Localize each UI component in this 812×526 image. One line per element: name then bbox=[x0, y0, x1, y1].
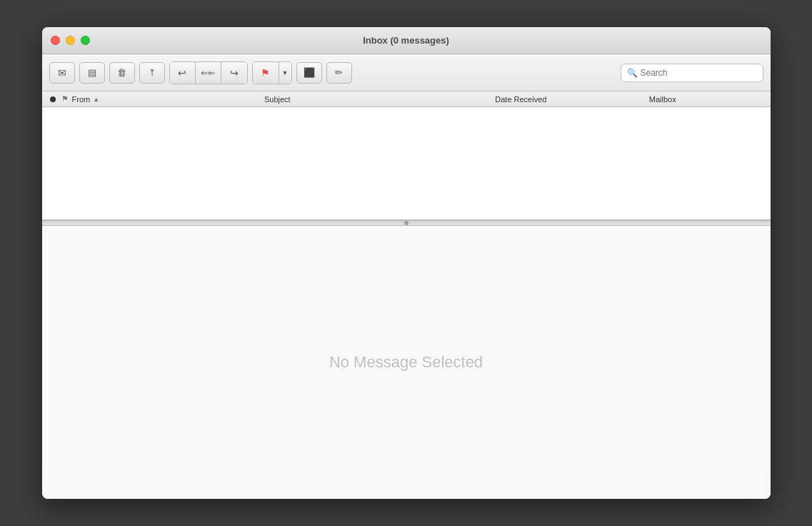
unread-dot bbox=[50, 96, 56, 102]
archive-button[interactable]: ▤ bbox=[79, 62, 105, 84]
search-input[interactable] bbox=[641, 68, 757, 78]
search-icon: 🔍 bbox=[627, 68, 638, 78]
compose-button[interactable]: ✏ bbox=[326, 62, 352, 84]
traffic-lights bbox=[51, 36, 90, 45]
reply-icon: ↩ bbox=[178, 67, 186, 79]
maximize-button[interactable] bbox=[81, 36, 90, 45]
toolbar: ✉ ▤ 🗑 ⤒ ↩ ⇐⇐ ↪ ⚑ bbox=[42, 54, 771, 91]
minimize-button[interactable] bbox=[66, 36, 75, 45]
close-button[interactable] bbox=[51, 36, 60, 45]
move-icon: ⤒ bbox=[149, 68, 156, 78]
flag-chevron-button[interactable]: ▼ bbox=[279, 62, 291, 84]
title-bar: Inbox (0 messages) bbox=[42, 27, 771, 54]
trash-button[interactable]: 🗑 bbox=[109, 62, 135, 84]
search-bar[interactable]: 🔍 bbox=[621, 64, 763, 82]
chevron-down-icon: ▼ bbox=[282, 69, 289, 76]
resize-dot bbox=[404, 221, 408, 225]
mailbox-column-header[interactable]: Mailbox bbox=[649, 95, 765, 104]
attachment-button[interactable]: ⬛ bbox=[296, 62, 322, 84]
reply-button[interactable]: ↩ bbox=[170, 62, 196, 84]
no-message-label: No Message Selected bbox=[329, 353, 483, 372]
flag-group: ⚑ ▼ bbox=[252, 61, 292, 84]
reply-group: ↩ ⇐⇐ ↪ bbox=[169, 61, 248, 84]
archive-icon: ▤ bbox=[88, 67, 96, 78]
unread-indicator-header bbox=[48, 96, 58, 102]
column-headers: ⚑ From ▲ Subject Date Received Mailbox bbox=[42, 91, 771, 107]
message-list-area: ⚑ From ▲ Subject Date Received Mailbox bbox=[42, 91, 771, 220]
flag-icon: ⚑ bbox=[261, 67, 270, 79]
flag-column-header[interactable]: ⚑ bbox=[58, 94, 72, 104]
forward-button[interactable]: ↪ bbox=[221, 62, 247, 84]
mail-icon: ✉ bbox=[58, 67, 66, 79]
photo-icon: ⬛ bbox=[304, 67, 315, 78]
message-preview-pane: No Message Selected bbox=[42, 226, 771, 499]
mail-window: Inbox (0 messages) ✉ ▤ 🗑 ⤒ ↩ ⇐⇐ bbox=[42, 27, 771, 499]
resize-divider[interactable] bbox=[42, 220, 771, 226]
message-list bbox=[42, 107, 771, 219]
move-button[interactable]: ⤒ bbox=[139, 62, 165, 84]
flag-button[interactable]: ⚑ bbox=[253, 62, 279, 84]
flag-header-icon: ⚑ bbox=[61, 94, 69, 104]
inbox-button[interactable]: ✉ bbox=[49, 62, 75, 84]
subject-column-header[interactable]: Subject bbox=[264, 95, 495, 104]
sort-arrow-icon: ▲ bbox=[93, 96, 99, 103]
window-title: Inbox (0 messages) bbox=[363, 35, 449, 46]
reply-all-icon: ⇐⇐ bbox=[201, 68, 215, 78]
forward-icon: ↪ bbox=[230, 67, 239, 79]
compose-icon: ✏ bbox=[335, 67, 343, 78]
reply-all-button[interactable]: ⇐⇐ bbox=[196, 62, 221, 84]
trash-icon: 🗑 bbox=[117, 67, 126, 78]
date-column-header[interactable]: Date Received bbox=[495, 95, 649, 104]
from-column-header[interactable]: From ▲ bbox=[72, 95, 264, 104]
